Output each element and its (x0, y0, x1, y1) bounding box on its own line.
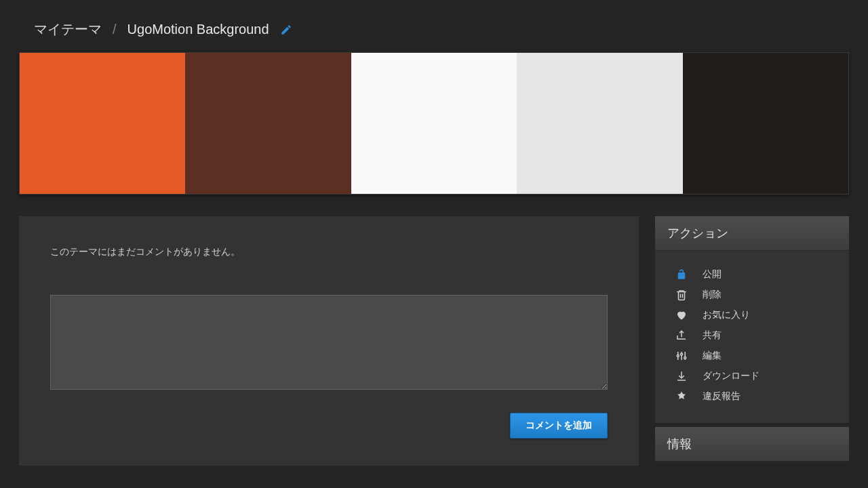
action-delete[interactable]: 削除 (675, 285, 838, 305)
swatch-2[interactable] (185, 53, 351, 194)
page-title: UgoMotion Background (127, 22, 269, 37)
swatch-1[interactable] (20, 53, 185, 194)
action-label: 違反報告 (703, 390, 741, 403)
comments-empty-message: このテーマにはまだコメントがありません。 (50, 246, 608, 258)
swatch-4[interactable] (517, 53, 682, 194)
svg-point-1 (681, 353, 683, 355)
swatch-5[interactable] (683, 53, 848, 194)
comment-input[interactable] (50, 295, 608, 390)
breadcrumb-separator: / (113, 22, 117, 37)
action-label: お気に入り (703, 309, 750, 321)
info-header: 情報 (655, 427, 849, 462)
info-panel: 情報 (655, 427, 849, 462)
action-label: 編集 (703, 350, 722, 362)
svg-point-2 (684, 357, 686, 359)
share-icon (675, 329, 688, 342)
sidebar: アクション 公開 削除 (655, 216, 849, 466)
breadcrumb: マイテーマ / UgoMotion Background (34, 20, 834, 39)
swatch-3[interactable] (351, 53, 517, 194)
action-share[interactable]: 共有 (675, 325, 838, 346)
sliders-icon (675, 350, 688, 362)
action-favorite[interactable]: お気に入り (675, 305, 838, 325)
action-report[interactable]: 違反報告 (675, 386, 838, 407)
action-label: ダウンロード (703, 370, 760, 382)
heart-icon (675, 309, 688, 321)
report-icon (675, 390, 688, 403)
breadcrumb-parent[interactable]: マイテーマ (34, 20, 102, 39)
unlock-icon (675, 268, 688, 281)
color-palette (19, 52, 849, 195)
edit-title-icon[interactable] (280, 24, 292, 36)
add-comment-button[interactable]: コメントを追加 (510, 413, 608, 439)
action-download[interactable]: ダウンロード (675, 366, 838, 386)
action-edit[interactable]: 編集 (675, 346, 838, 366)
trash-icon (675, 289, 688, 301)
action-publish[interactable]: 公開 (675, 264, 838, 285)
download-icon (675, 370, 688, 382)
action-label: 共有 (703, 329, 722, 342)
action-label: 削除 (703, 289, 722, 301)
actions-panel: アクション 公開 削除 (655, 216, 849, 423)
svg-point-0 (677, 355, 679, 357)
action-label: 公開 (703, 268, 722, 281)
actions-header: アクション (655, 216, 849, 251)
comments-panel: このテーマにはまだコメントがありません。 コメントを追加 (19, 216, 639, 466)
